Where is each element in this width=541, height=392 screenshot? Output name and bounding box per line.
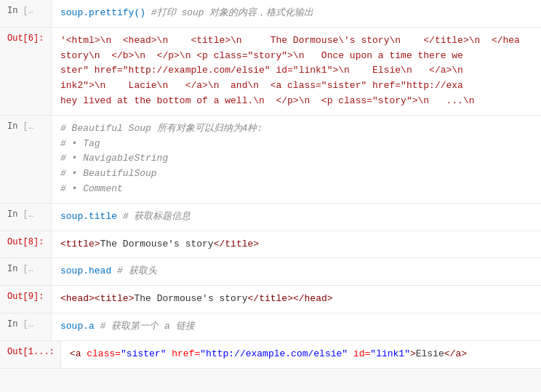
code-line: <title>The Dormouse's story</title> [60, 237, 532, 252]
cell-label-text: Out[1...: [7, 347, 55, 357]
code-token: > [287, 293, 293, 304]
code-token: title [259, 293, 287, 304]
code-token: "http://example.com/elsie" [200, 348, 348, 359]
input-cell: In […soup.title # 获取标题信息 [0, 204, 541, 231]
code-line: story\n </b>\n </p>\n <p class="story">\… [60, 49, 532, 64]
code-input[interactable]: # Beautiful Soup 所有对象可以归纳为4种:# • Tag# • … [51, 116, 541, 203]
code-input[interactable]: soup.head # 获取头 [51, 258, 541, 285]
cell-label: In [… [0, 204, 51, 231]
cell-label-text: Out[9]: [7, 292, 44, 302]
code-token: < [95, 293, 100, 304]
code-token: href= [166, 348, 200, 359]
cell-label-text: In [… [7, 319, 33, 329]
code-output: <title>The Dormouse's story</title> [51, 231, 541, 258]
cell-label-text: In [… [7, 209, 33, 220]
code-line: soup.a # 获取第一个 a 链接 [60, 319, 532, 335]
code-line: '<html>\n <head>\n <title>\n The Dormous… [60, 33, 532, 49]
code-line: soup.prettify() #打印 soup 对象的内容，格式化输出 [60, 6, 532, 21]
code-line: ink2">\n Lacie\n </a>\n and\n <a class="… [60, 79, 532, 94]
code-output: <a class="sister" href="http://example.c… [60, 341, 541, 368]
output-cell: Out[9]:<head><title>The Dormouse's story… [0, 286, 541, 313]
cell-label: In [… [0, 313, 51, 340]
code-line: <a class="sister" href="http://example.c… [70, 347, 532, 362]
code-token: title [66, 239, 95, 249]
code-line: ster" href="http://example.com/elsie" id… [60, 63, 532, 79]
code-token: # 获取头 [111, 265, 156, 276]
code-token [145, 7, 151, 18]
code-token: soup.title [60, 211, 117, 222]
input-cell: In […soup.prettify() #打印 soup 对象的内容，格式化输… [0, 0, 541, 28]
code-token: > [253, 239, 259, 249]
code-token: > [327, 293, 333, 304]
code-output: '<html>\n <head>\n <title>\n The Dormous… [51, 28, 541, 115]
code-line: # • NavigableString [60, 151, 532, 167]
code-token: hey lived at the bottom of a well.\n </p… [60, 95, 475, 106]
cell-label-text: In [… [7, 121, 33, 132]
code-line: # • Comment [60, 182, 532, 197]
code-token: soup.prettify() [60, 7, 145, 18]
code-token: id= [348, 348, 370, 359]
code-line: # Beautiful Soup 所有对象可以归纳为4种: [60, 121, 532, 137]
code-token: > [89, 293, 95, 304]
code-line: # • Tag [60, 137, 532, 152]
code-token: The Dormouse's story [100, 239, 214, 249]
code-token: Elsie [416, 348, 444, 359]
code-line: hey lived at the bottom of a well.\n </p… [60, 94, 532, 109]
code-token: soup.a [60, 321, 95, 332]
code-token: The Dormouse's story [134, 293, 247, 304]
code-token: soup.head [60, 265, 111, 276]
code-token: < [60, 239, 66, 249]
output-cell: Out[1...:<a class="sister" href="http://… [0, 341, 541, 369]
code-input[interactable]: soup.prettify() #打印 soup 对象的内容，格式化输出 [51, 0, 541, 27]
code-token: > [95, 239, 100, 249]
cell-label: Out[8]: [0, 231, 51, 258]
code-token: title [100, 293, 129, 304]
cell-label: In [… [0, 116, 51, 203]
cell-label: Out[9]: [0, 286, 51, 313]
input-cell: In […soup.head # 获取头 [0, 258, 541, 286]
code-token: head [66, 293, 89, 304]
code-token: ster" href="http://example.com/elsie" id… [60, 65, 463, 76]
input-cell: In […soup.a # 获取第一个 a 链接 [0, 313, 541, 341]
output-cell: Out[6]:'<html>\n <head>\n <title>\n The … [0, 28, 541, 116]
code-token: < [60, 293, 66, 304]
cell-label-text: In [… [7, 6, 33, 16]
code-token: # 获取标题信息 [117, 211, 191, 222]
cell-label-text: Out[6]: [7, 33, 44, 44]
code-token: head [305, 293, 327, 304]
code-token: "link1" [370, 348, 410, 359]
code-token: # • BeautifulSoup [60, 168, 157, 179]
code-token: #打印 soup 对象的内容，格式化输出 [151, 7, 314, 18]
code-token: ink2">\n Lacie\n </a>\n and\n <a class="… [60, 80, 463, 91]
code-token: # • Tag [60, 138, 100, 149]
code-token: "sister" [121, 348, 166, 359]
code-line: # • BeautifulSoup [60, 167, 532, 182]
code-token: title [225, 239, 253, 249]
code-line: soup.head # 获取头 [60, 264, 532, 279]
cell-label: In [… [0, 0, 51, 27]
code-token: # 获取第一个 a 链接 [95, 321, 195, 332]
code-input[interactable]: soup.a # 获取第一个 a 链接 [51, 313, 541, 340]
code-token: class= [81, 348, 121, 359]
cell-label-text: Out[8]: [7, 237, 44, 247]
code-token: # • NavigableString [60, 153, 168, 164]
code-token: # Beautiful Soup 所有对象可以归纳为4种: [60, 123, 263, 134]
code-line: soup.title # 获取标题信息 [60, 209, 532, 225]
code-token: </ [248, 293, 260, 304]
code-token: # • Comment [60, 183, 123, 194]
notebook: In […soup.prettify() #打印 soup 对象的内容，格式化输… [0, 0, 541, 369]
code-token: < [70, 348, 76, 359]
cell-label: Out[1...: [0, 341, 60, 368]
output-cell: Out[8]:<title>The Dormouse's story</titl… [0, 231, 541, 259]
code-token: story\n </b>\n </p>\n <p class="story">\… [60, 50, 463, 61]
cell-label: In [… [0, 258, 51, 285]
code-token: > [410, 348, 416, 359]
code-token: </ [293, 293, 305, 304]
code-token: '<html>\n <head>\n <title>\n The Dormous… [60, 35, 520, 46]
code-token: </ [444, 348, 456, 359]
code-output: <head><title>The Dormouse's story</title… [51, 286, 541, 313]
code-token: </ [214, 239, 225, 249]
cell-label: Out[6]: [0, 28, 51, 115]
code-input[interactable]: soup.title # 获取标题信息 [51, 204, 541, 231]
code-line: <head><title>The Dormouse's story</title… [60, 292, 532, 307]
